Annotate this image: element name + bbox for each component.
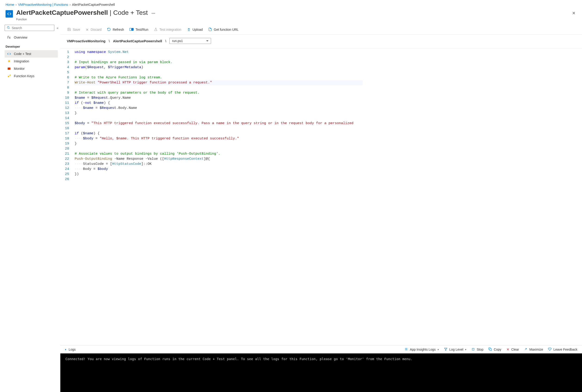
code-line[interactable]: 16 — [60, 126, 363, 131]
line-content: ····$name = $Request.Body.Name — [75, 106, 363, 111]
page-subtitle: Function — [16, 18, 576, 21]
upload-icon — [187, 28, 191, 32]
code-line[interactable]: 26 — [60, 177, 363, 182]
file-url-icon — [208, 28, 212, 32]
line-content: param($Request, $TriggerMetadata) — [75, 65, 363, 70]
breadcrumb-home[interactable]: Home — [6, 3, 14, 6]
stop-icon — [472, 348, 475, 352]
svg-rect-2 — [8, 68, 10, 70]
stop-button[interactable]: Stop — [472, 348, 483, 352]
overview-icon — [7, 36, 11, 39]
code-line[interactable]: 6# Write to the Azure Functions log stre… — [60, 75, 363, 80]
code-line[interactable]: 2 — [60, 55, 363, 60]
sidebar-item-label: Code + Test — [14, 52, 31, 56]
code-line[interactable]: 17if ($name) { — [60, 131, 363, 136]
code-line[interactable]: 24····Body = $body — [60, 167, 363, 172]
leave-feedback-button[interactable]: Leave Feedback — [548, 348, 578, 352]
code-line[interactable]: 21# Associate values to output bindings … — [60, 152, 363, 156]
code-line[interactable]: 11if (-not $name) { — [60, 100, 363, 106]
line-content: # Interact with query parameters or the … — [75, 90, 363, 96]
code-line[interactable]: 7Write-Host "PowerShell HTTP trigger fun… — [60, 80, 363, 85]
code-line[interactable]: 5 — [60, 70, 363, 75]
get-url-button[interactable]: Get function URL — [208, 26, 239, 32]
line-number: 2 — [60, 55, 75, 60]
svg-rect-11 — [472, 348, 474, 350]
more-button[interactable]: ··· — [152, 11, 155, 16]
svg-rect-4 — [130, 28, 132, 30]
search-input-wrap[interactable] — [4, 25, 54, 31]
line-number: 8 — [60, 85, 75, 90]
upload-button[interactable]: Upload — [186, 26, 203, 32]
maximize-icon — [524, 348, 528, 352]
logs-toggle[interactable]: ▾ Logs — [65, 348, 76, 351]
app-insights-logs-button[interactable]: App Insights Logs ▾ — [404, 348, 439, 352]
sidebar-item-integration[interactable]: Integration — [4, 58, 58, 65]
code-line[interactable]: 12····$name = $Request.Body.Name — [60, 106, 363, 111]
maximize-button[interactable]: Maximize — [524, 348, 543, 352]
log-level-button[interactable]: Log Level ▾ — [444, 348, 467, 352]
key-icon — [7, 74, 11, 78]
line-content: # Associate values to output bindings by… — [75, 152, 363, 156]
sidebar: « Overview Developer Code + Test Integra… — [0, 25, 60, 392]
sidebar-item-function-keys[interactable]: Function Keys — [4, 72, 58, 80]
code-line[interactable]: 18····$body = "Hello, $name. This HTTP t… — [60, 136, 363, 141]
save-button[interactable]: Save — [67, 26, 81, 32]
code-line[interactable]: 1using namespace System.Net — [60, 50, 363, 55]
line-number: 16 — [60, 126, 75, 131]
breadcrumb-mid[interactable]: VMProactiveMonitoring | Functions — [18, 3, 68, 6]
sidebar-item-code-test[interactable]: Code + Test — [4, 50, 58, 58]
line-content: Write-Host "PowerShell HTTP trigger func… — [75, 80, 363, 85]
code-line[interactable]: 23····StatusCode = [HttpStatusCode]::OK — [60, 162, 363, 167]
monitor-icon — [7, 67, 11, 70]
logs-console[interactable]: Connected! You are now viewing logs of F… — [60, 354, 582, 392]
sidebar-item-monitor[interactable]: Monitor — [4, 65, 58, 72]
test-integration-button[interactable]: Test integration — [154, 26, 182, 32]
collapse-sidebar-button[interactable]: « — [57, 26, 58, 30]
search-input[interactable] — [12, 26, 52, 30]
code-line[interactable]: 19} — [60, 141, 363, 146]
line-number: 10 — [60, 96, 75, 100]
code-line[interactable]: 4param($Request, $TriggerMetadata) — [60, 65, 363, 70]
code-editor[interactable]: 1using namespace System.Net2 3# Input bi… — [60, 48, 582, 345]
code-line[interactable]: 14 — [60, 116, 363, 121]
code-line[interactable]: 20 — [60, 146, 363, 152]
code-line[interactable]: 13} — [60, 111, 363, 116]
line-number: 26 — [60, 177, 75, 182]
sidebar-item-label: Integration — [14, 60, 29, 63]
sidebar-item-overview[interactable]: Overview — [4, 34, 58, 41]
line-number: 1 — [60, 50, 75, 55]
line-content: # Write to the Azure Functions log strea… — [75, 75, 363, 80]
close-icon: ✕ — [506, 348, 510, 352]
line-content — [75, 177, 363, 182]
line-number: 24 — [60, 167, 75, 172]
line-number: 25 — [60, 172, 75, 177]
code-line[interactable]: 25}) — [60, 172, 363, 177]
test-run-button[interactable]: Test/Run — [129, 27, 148, 32]
line-content — [75, 55, 363, 60]
copy-button[interactable]: Copy — [488, 348, 501, 352]
chevron-down-icon: ▾ — [65, 348, 66, 351]
line-content: if ($name) { — [75, 131, 363, 136]
line-content — [75, 85, 363, 90]
line-number: 7 — [60, 80, 75, 85]
code-line[interactable]: 15$body = "This HTTP triggered function … — [60, 121, 363, 126]
code-line[interactable]: 3# Input bindings are passed in via para… — [60, 60, 363, 65]
clear-button[interactable]: ✕ Clear — [506, 348, 519, 352]
close-button[interactable]: ✕ — [571, 10, 576, 17]
code-line[interactable]: 9# Interact with query parameters or the… — [60, 90, 363, 96]
file-path-row: VMProactiveMonitoring \ AlertPacketCaptu… — [60, 35, 582, 48]
test-run-icon — [130, 28, 134, 32]
line-number: 3 — [60, 60, 75, 65]
code-line[interactable]: 10$name = $Request.Query.Name — [60, 96, 363, 100]
copy-icon — [488, 348, 492, 352]
chevron-right-icon: › — [16, 3, 17, 6]
code-line[interactable]: 8 — [60, 85, 363, 90]
refresh-button[interactable]: Refresh — [106, 26, 124, 32]
code-line[interactable]: 22Push-OutputBinding -Name Response -Val… — [60, 156, 363, 162]
line-number: 21 — [60, 152, 75, 156]
chevron-right-icon: › — [70, 3, 71, 6]
discard-button[interactable]: ✕ Discard — [85, 27, 102, 32]
svg-point-0 — [7, 26, 9, 28]
line-number: 12 — [60, 106, 75, 111]
file-select[interactable]: run.ps1 — [170, 38, 211, 44]
